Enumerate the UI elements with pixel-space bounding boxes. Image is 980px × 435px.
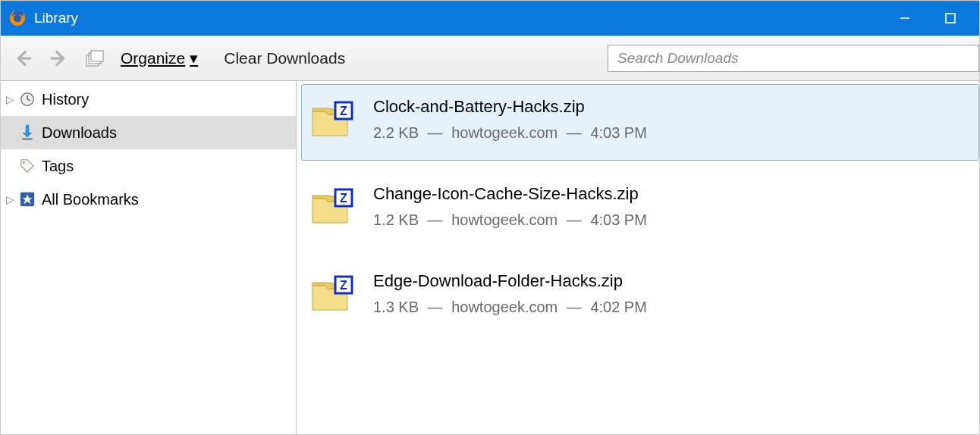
zip-file-icon: Z (309, 98, 353, 142)
clear-downloads-label: Clear Downloads (224, 49, 345, 67)
svg-text:Z: Z (340, 192, 347, 205)
clear-downloads-button[interactable]: Clear Downloads (224, 49, 345, 67)
back-button[interactable] (8, 43, 39, 74)
meta-separator: — (428, 124, 443, 141)
download-meta: 2.2 KB — howtogeek.com — 4:03 PM (373, 124, 647, 142)
meta-separator: — (567, 299, 582, 315)
forward-button[interactable] (43, 43, 74, 74)
download-info: Change-Icon-Cache-Size-Hacks.zip 1.2 KB … (373, 184, 647, 229)
download-time: 4:03 PM (590, 124, 646, 141)
sidebar-item-label: Downloads (42, 124, 117, 142)
firefox-icon (8, 9, 27, 27)
maximize-button[interactable] (928, 1, 973, 36)
clock-icon (17, 89, 37, 109)
minimize-button[interactable] (882, 1, 928, 36)
sidebar: ▷ History Downloads Tags (1, 81, 297, 434)
svg-text:Z: Z (340, 279, 347, 292)
download-host: howtogeek.com (451, 299, 558, 315)
main-area: ▷ History Downloads Tags (1, 81, 979, 434)
window-titlebar: Library (1, 1, 979, 36)
sidebar-item-downloads[interactable]: Downloads (1, 116, 296, 149)
svg-rect-11 (23, 138, 33, 139)
download-size: 2.2 KB (373, 124, 419, 141)
organize-label: Organize (121, 49, 185, 67)
search-input[interactable] (608, 45, 979, 72)
tag-icon (17, 156, 37, 176)
organize-menu-button[interactable]: Organize ▾ (115, 43, 204, 74)
download-filename: Clock-and-Battery-Hacks.zip (373, 97, 647, 117)
download-meta: 1.3 KB — howtogeek.com — 4:02 PM (373, 299, 647, 316)
download-info: Clock-and-Battery-Hacks.zip 2.2 KB — how… (373, 97, 647, 142)
star-box-icon (17, 189, 37, 209)
download-size: 1.3 KB (373, 299, 419, 315)
sidebar-item-history[interactable]: ▷ History (1, 83, 296, 116)
download-item[interactable]: Z Change-Icon-Cache-Size-Hacks.zip 1.2 K… (301, 171, 979, 248)
zip-file-icon: Z (309, 272, 353, 316)
expand-icon[interactable]: ▷ (4, 93, 16, 105)
download-filename: Edge-Download-Folder-Hacks.zip (373, 271, 647, 291)
toolbar: Organize ▾ Clear Downloads (1, 36, 979, 81)
download-info: Edge-Download-Folder-Hacks.zip 1.3 KB — … (373, 271, 647, 316)
organize-stack-icon (83, 46, 107, 70)
sidebar-item-all-bookmarks[interactable]: ▷ All Bookmarks (1, 183, 296, 216)
download-item[interactable]: Z Clock-and-Battery-Hacks.zip 2.2 KB — h… (301, 84, 979, 161)
svg-text:Z: Z (340, 105, 347, 117)
chevron-down-icon: ▾ (190, 49, 198, 67)
window-title: Library (34, 10, 78, 27)
sidebar-item-label: History (42, 91, 89, 108)
zip-file-icon: Z (309, 185, 353, 229)
download-host: howtogeek.com (451, 211, 558, 228)
download-size: 1.2 KB (373, 211, 419, 228)
meta-separator: — (567, 124, 582, 141)
download-time: 4:02 PM (590, 299, 646, 315)
download-arrow-icon (17, 123, 37, 142)
download-host: howtogeek.com (451, 124, 558, 141)
sidebar-item-label: Tags (42, 158, 74, 175)
sidebar-item-tags[interactable]: Tags (1, 149, 296, 183)
downloads-list: Z Clock-and-Battery-Hacks.zip 2.2 KB — h… (297, 81, 979, 434)
download-filename: Change-Icon-Cache-Size-Hacks.zip (373, 184, 647, 204)
svg-rect-7 (91, 51, 103, 61)
meta-separator: — (428, 211, 443, 228)
download-time: 4:03 PM (590, 211, 646, 228)
download-meta: 1.2 KB — howtogeek.com — 4:03 PM (373, 211, 647, 229)
expand-icon[interactable]: ▷ (4, 193, 16, 205)
svg-rect-2 (946, 14, 955, 23)
download-item[interactable]: Z Edge-Download-Folder-Hacks.zip 1.3 KB … (301, 258, 979, 335)
meta-separator: — (428, 299, 443, 315)
sidebar-item-label: All Bookmarks (42, 191, 139, 208)
meta-separator: — (567, 211, 582, 228)
svg-point-12 (23, 161, 25, 164)
